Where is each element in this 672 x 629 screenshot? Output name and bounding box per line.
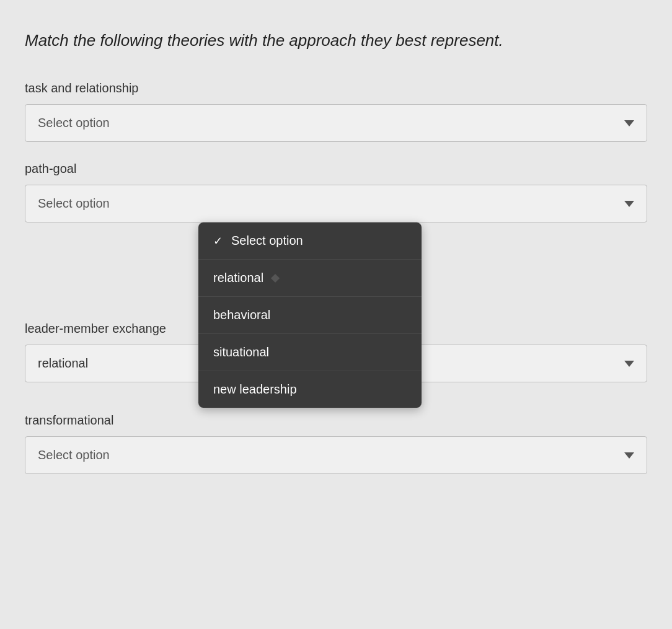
select-box-1[interactable]: Select option [25,104,647,142]
chevron-down-icon-4 [624,452,634,459]
diamond-icon [271,273,280,282]
dropdown-label-situational: situational [213,345,269,359]
select-box-4[interactable]: Select option [25,436,647,474]
question-label-2: path-goal [25,162,647,176]
chevron-down-icon-1 [624,120,634,126]
select-wrapper-4: Select option [25,436,647,474]
dropdown-item-behavioral[interactable]: behavioral [198,297,422,334]
dropdown-label-new-leadership: new leadership [213,382,297,397]
question-block-1: task and relationship Select option [25,81,647,142]
dropdown-label-select-option: Select option [231,234,303,248]
chevron-down-icon-2 [624,201,634,207]
checkmark-icon: ✓ [213,234,223,248]
chevron-down-icon-3 [624,361,634,367]
select-box-2[interactable]: Select option [25,185,647,222]
select-wrapper-1: Select option [25,104,647,142]
dropdown-item-relational[interactable]: relational [198,260,422,297]
dropdown-label-relational: relational [213,271,263,285]
dropdown-item-new-leadership[interactable]: new leadership [198,371,422,408]
select-value-4: Select option [38,448,110,462]
dropdown-item-select-option[interactable]: ✓ Select option [198,222,422,260]
select-wrapper-2: Select option ✓ Select option relational… [25,185,647,222]
select-value-3: relational [38,356,88,371]
select-value-2: Select option [38,196,110,211]
question-block-2: path-goal Select option ✓ Select option … [25,162,647,222]
question-label-4: transformational [25,413,647,428]
select-value-1: Select option [38,116,110,130]
dropdown-menu: ✓ Select option relational behavioral si… [198,222,422,408]
dropdown-item-situational[interactable]: situational [198,334,422,371]
question-block-4: transformational Select option [25,413,647,474]
dropdown-label-behavioral: behavioral [213,308,270,322]
question-label-1: task and relationship [25,81,647,95]
page-title: Match the following theories with the ap… [25,31,647,50]
